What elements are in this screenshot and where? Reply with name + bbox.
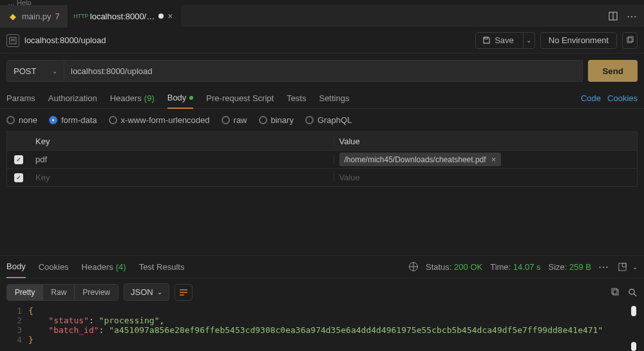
wrap-lines-button[interactable] bbox=[175, 284, 193, 301]
radio-x-www-form-urlencoded[interactable]: x-www-form-urlencoded bbox=[109, 115, 210, 125]
table-row: ✓ Key Value bbox=[7, 168, 637, 186]
svg-line-16 bbox=[634, 294, 636, 296]
response-tabs: Body Cookies Headers (4) Test Results St… bbox=[0, 255, 644, 278]
request-line: POST ⌄ localhost:8000/upload Send bbox=[0, 53, 644, 82]
save-group: Save ⌄ bbox=[475, 32, 535, 49]
save-label: Save bbox=[495, 35, 514, 45]
tab-body-label: Body bbox=[167, 93, 187, 102]
radio-graphql-label: GraphQL bbox=[317, 115, 352, 125]
dirty-indicator bbox=[158, 14, 164, 19]
table-header: Key Value bbox=[7, 132, 637, 150]
radio-icon bbox=[6, 116, 15, 124]
table-row: ✓ pdf /home/mich45/Downloads/cheatsheet.… bbox=[7, 150, 637, 168]
column-value-header: Value bbox=[334, 137, 638, 146]
save-response-icon[interactable] bbox=[617, 261, 627, 272]
view-pretty-button[interactable]: Pretty bbox=[7, 285, 43, 300]
remove-file-button[interactable]: × bbox=[491, 155, 497, 164]
key-input[interactable]: pdf bbox=[30, 155, 334, 164]
tab-response-body[interactable]: Body bbox=[6, 255, 26, 278]
status-value: 200 OK bbox=[454, 262, 482, 272]
svg-rect-9 bbox=[622, 263, 626, 267]
split-editor-icon[interactable] bbox=[608, 11, 618, 21]
row-checkbox[interactable]: ✓ bbox=[14, 173, 23, 182]
environment-selector[interactable]: No Environment bbox=[540, 32, 617, 49]
close-icon[interactable]: × bbox=[167, 11, 173, 21]
line-number: 1 bbox=[6, 306, 28, 316]
svg-rect-14 bbox=[612, 289, 617, 294]
row-checkbox[interactable]: ✓ bbox=[14, 155, 23, 164]
chevron-down-icon: ⌄ bbox=[526, 37, 531, 44]
url-value: localhost:8000/upload bbox=[71, 66, 153, 76]
chevron-down-icon[interactable]: ⌄ bbox=[632, 263, 638, 270]
tab-request[interactable]: HTTP localhost:8000/… × bbox=[68, 5, 182, 28]
value-input[interactable]: Value bbox=[334, 173, 638, 182]
chevron-down-icon: ⌄ bbox=[157, 289, 162, 296]
radio-xwww-label: x-www-form-urlencoded bbox=[121, 115, 210, 125]
value-cell[interactable]: /home/mich45/Downloads/cheatsheet.pdf × bbox=[334, 153, 638, 166]
url-input[interactable]: localhost:8000/upload bbox=[64, 60, 583, 82]
tab-label: main.py bbox=[22, 12, 52, 21]
radio-form-data[interactable]: form-data bbox=[49, 115, 97, 125]
svg-rect-13 bbox=[613, 290, 618, 295]
wrap-icon bbox=[179, 289, 188, 296]
globe-icon bbox=[409, 262, 418, 271]
save-dropdown-button[interactable]: ⌄ bbox=[523, 32, 535, 49]
radio-raw[interactable]: raw bbox=[222, 115, 247, 125]
search-response-icon[interactable] bbox=[627, 287, 638, 298]
more-icon[interactable]: ⋯ bbox=[599, 261, 609, 272]
tab-response-headers[interactable]: Headers (4) bbox=[82, 255, 126, 278]
tab-label: localhost:8000/… bbox=[90, 12, 155, 21]
view-preview-button[interactable]: Preview bbox=[74, 285, 118, 300]
tab-test-results[interactable]: Test Results bbox=[139, 255, 185, 278]
request-tabs: Params Authorization Headers (9) Body Pr… bbox=[0, 88, 644, 109]
radio-form-data-label: form-data bbox=[61, 115, 97, 125]
response-format-select[interactable]: JSON ⌄ bbox=[124, 283, 169, 301]
tab-tests[interactable]: Tests bbox=[287, 88, 306, 109]
send-button[interactable]: Send bbox=[588, 60, 638, 82]
tab-body[interactable]: Body bbox=[167, 88, 194, 109]
line-number: 4 bbox=[6, 335, 28, 345]
size-label: Size: bbox=[548, 262, 567, 272]
scrollbar-thumb[interactable] bbox=[631, 342, 636, 351]
tab-main-py[interactable]: ◆ main.py 7 bbox=[0, 5, 68, 28]
tab-problem-count: 7 bbox=[55, 12, 60, 21]
key-input[interactable]: Key bbox=[30, 173, 334, 182]
response-toolbar: Pretty Raw Preview JSON ⌄ bbox=[0, 278, 644, 306]
cookies-link[interactable]: Cookies bbox=[607, 93, 638, 103]
column-key-header: Key bbox=[30, 137, 334, 146]
radio-icon bbox=[259, 116, 267, 124]
tab-authorization[interactable]: Authorization bbox=[48, 88, 97, 109]
tab-settings[interactable]: Settings bbox=[319, 88, 349, 109]
file-chip: /home/mich45/Downloads/cheatsheet.pdf × bbox=[339, 153, 502, 166]
http-method-select[interactable]: POST ⌄ bbox=[6, 60, 64, 82]
svg-rect-6 bbox=[627, 38, 631, 43]
radio-graphql[interactable]: GraphQL bbox=[305, 115, 352, 125]
radio-none[interactable]: none bbox=[6, 115, 37, 125]
size-value: 259 B bbox=[569, 262, 591, 272]
python-file-icon: ◆ bbox=[8, 11, 18, 21]
radio-icon bbox=[305, 116, 314, 124]
radio-none-label: none bbox=[19, 115, 37, 125]
radio-icon bbox=[49, 116, 57, 124]
svg-rect-7 bbox=[628, 37, 632, 41]
status-label: Status: bbox=[426, 262, 451, 272]
code-link[interactable]: Code bbox=[581, 93, 601, 103]
radio-binary[interactable]: binary bbox=[259, 115, 294, 125]
view-raw-button[interactable]: Raw bbox=[43, 285, 74, 300]
environment-quicklook-button[interactable] bbox=[622, 32, 638, 49]
environment-label: No Environment bbox=[549, 35, 609, 45]
method-label: POST bbox=[14, 66, 36, 76]
tab-response-cookies[interactable]: Cookies bbox=[39, 255, 69, 278]
line-number: 2 bbox=[6, 316, 28, 325]
copy-response-icon[interactable] bbox=[611, 287, 621, 298]
tab-prerequest[interactable]: Pre-request Script bbox=[206, 88, 274, 109]
save-icon bbox=[482, 36, 491, 44]
scrollbar-thumb[interactable] bbox=[631, 306, 636, 316]
response-body[interactable]: 1{ 2 "status": "processing", 3 "batch_id… bbox=[0, 306, 644, 351]
radio-raw-label: raw bbox=[234, 115, 247, 125]
editor-tab-bar: ◆ main.py 7 HTTP localhost:8000/… × ⋯ bbox=[0, 5, 644, 28]
tab-headers[interactable]: Headers (9) bbox=[110, 88, 155, 109]
tab-params[interactable]: Params bbox=[6, 88, 35, 109]
save-button[interactable]: Save bbox=[476, 32, 520, 49]
more-actions-icon[interactable]: ⋯ bbox=[627, 11, 638, 21]
